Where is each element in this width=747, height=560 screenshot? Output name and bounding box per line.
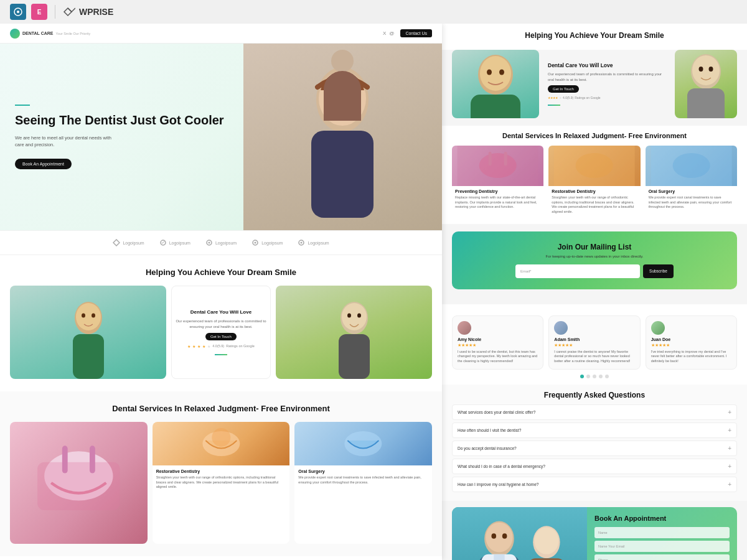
svg-point-1	[17, 11, 19, 13]
service-info-3: Oral Surgery We provide expert root cana…	[294, 465, 432, 488]
dot-1[interactable]	[580, 375, 584, 378]
contact-button[interactable]: Contact Us	[400, 29, 432, 37]
svg-point-39	[699, 67, 703, 72]
book-email-input[interactable]: Name Your Email	[594, 541, 730, 552]
svg-point-11	[255, 242, 256, 244]
svg-point-5	[330, 93, 336, 100]
social-at[interactable]: @	[389, 30, 394, 36]
book-email-placeholder: Name Your Email	[598, 544, 625, 548]
service-desc-3: We provide expert root canal treatments …	[298, 475, 428, 485]
hero-content: Seeing The Dentist Just Got Cooler We ar…	[0, 87, 243, 187]
rating-label: Ratings on Google	[226, 344, 255, 348]
faq-item-2[interactable]: How often should I visit the dentist? +	[452, 422, 737, 438]
site-logo-tagline: Your Smile Our Priority	[56, 32, 91, 35]
wordpress-icon[interactable]	[10, 4, 26, 20]
helping-left-image	[10, 286, 166, 379]
book-person-image	[452, 507, 587, 560]
social-x[interactable]: X	[383, 30, 386, 36]
faq-q-2: How often should I visit the dentist?	[458, 428, 521, 432]
book-phone-input[interactable]: Phone	[594, 554, 730, 560]
main-wrapper: DENTAL CARE Your Smile Our Priority X @ …	[0, 24, 747, 560]
dental-care-desc: Our experienced team of professionals is…	[176, 319, 266, 329]
svg-point-38	[692, 55, 720, 85]
dot-4[interactable]	[599, 375, 603, 378]
svg-point-58	[534, 527, 558, 554]
svg-rect-37	[687, 88, 725, 118]
right-person-1	[452, 50, 539, 118]
faq-q-5: How can I improve my oral hygiene at hom…	[458, 482, 538, 487]
get-in-touch-button[interactable]: Get In Touch	[205, 333, 237, 340]
logo-label-5: Logoipsum	[308, 241, 329, 245]
hero-person-svg	[293, 56, 392, 218]
testimonial-1: Amy Nicole ★★★★★ I used to be scared of …	[452, 315, 543, 370]
elementor-icon[interactable]: E	[31, 4, 47, 20]
svg-rect-15	[73, 334, 104, 379]
stars-1: ★★★★★	[458, 343, 538, 348]
email-placeholder: Email*	[520, 269, 531, 273]
mailing-section: Join Our Mailing List For keeping up-to-…	[452, 231, 737, 289]
svg-point-53	[502, 533, 507, 539]
svg-point-18	[92, 314, 95, 318]
svg-point-22	[347, 314, 351, 318]
review-text-1: I used to be scared of the dentist, but …	[458, 350, 538, 364]
rc-stars: ★★★★	[548, 96, 558, 100]
right-services-title: Dental Services In Relaxed Judgment- Fre…	[452, 132, 737, 139]
testimonials-section: Amy Nicole ★★★★★ I used to be scared of …	[442, 304, 747, 385]
service-img-2	[153, 422, 290, 465]
social-links: X @	[383, 30, 394, 36]
svg-point-29	[212, 428, 230, 447]
section-services: Dental Services In Relaxed Judgment- Fre…	[0, 391, 442, 556]
faq-item-1[interactable]: What services does your dental clinic of…	[452, 404, 737, 420]
carousel-dots	[452, 375, 737, 378]
book-name-input[interactable]: Name	[594, 527, 730, 538]
stars-3: ★★★★★	[651, 343, 731, 348]
rating-score: 4.0(5.9)	[212, 344, 224, 348]
faq-q-4: What should I do in case of a dental eme…	[458, 464, 545, 469]
star-1: ★	[187, 344, 190, 348]
rc-label: Ratings on Google	[575, 96, 600, 100]
rs-info-3: Oral Surgery We provide expert root cana…	[646, 186, 737, 213]
email-input[interactable]: Email*	[515, 264, 640, 278]
mailing-wrapper: Join Our Mailing List For keeping up-to-…	[442, 224, 747, 304]
faq-item-5[interactable]: How can I improve my oral hygiene at hom…	[452, 477, 737, 492]
stars-2: ★★★★★	[554, 343, 634, 348]
dot-2[interactable]	[586, 375, 590, 378]
dot-5[interactable]	[605, 375, 609, 378]
helping-grid: Dental Care You Will Love Our experience…	[10, 286, 432, 379]
rs-name-2: Restorative Dentistry	[552, 189, 637, 194]
rs-img-2	[548, 146, 640, 186]
rc-btn[interactable]: Get In Touch	[548, 85, 579, 93]
subscribe-button[interactable]: Subscribe	[643, 264, 674, 278]
avatar-2	[554, 321, 568, 335]
helping-right-image	[276, 286, 432, 379]
svg-point-34	[487, 70, 492, 75]
dot-3[interactable]	[593, 375, 596, 378]
service-card-3: Oral Surgery We provide expert root cana…	[294, 422, 432, 544]
right-helping-title: Helping You Achieve Your Dream Smile	[452, 31, 737, 40]
logo-item-2: Logoipsum	[159, 239, 190, 246]
right-service-2: Restorative Dentistry Straighten your te…	[548, 146, 640, 218]
book-section: Book An Appointment Name Name Your Email…	[452, 507, 737, 560]
svg-rect-55	[494, 554, 504, 560]
faq-item-3[interactable]: Do you accept dental insurance? +	[452, 441, 737, 456]
svg-point-42	[479, 153, 517, 178]
left-panel: DENTAL CARE Your Smile Our Priority X @ …	[0, 24, 442, 560]
brand-text: WPRISE	[79, 7, 113, 17]
site-logo-text: DENTAL CARE	[22, 31, 54, 35]
logo-item-4: Logoipsum	[251, 239, 283, 246]
star-3: ★	[197, 344, 200, 348]
rc-score: 4.0(5.9)	[563, 96, 573, 100]
svg-rect-25	[37, 462, 120, 510]
hero-section: Seeing The Dentist Just Got Cooler We ar…	[0, 44, 442, 230]
rs-name-3: Oral Surgery	[649, 189, 734, 194]
hero-subtitle: We are here to meet all your dental need…	[15, 134, 115, 149]
svg-point-46	[576, 153, 613, 178]
logos-bar: Logoipsum Logoipsum Logoipsum Logoipsum …	[0, 230, 442, 255]
faq-item-4[interactable]: What should I do in case of a dental eme…	[452, 459, 737, 474]
brand-logo-icon	[63, 6, 75, 18]
testimonial-2: Adam Smith ★★★★★ I cannot praise the den…	[548, 315, 640, 370]
right-card-right-image	[675, 50, 737, 118]
service-name-3: Oral Surgery	[298, 469, 428, 474]
hero-cta-button[interactable]: Book An Appointment	[15, 159, 72, 169]
right-top: Helping You Achieve Your Dream Smile	[442, 24, 747, 50]
